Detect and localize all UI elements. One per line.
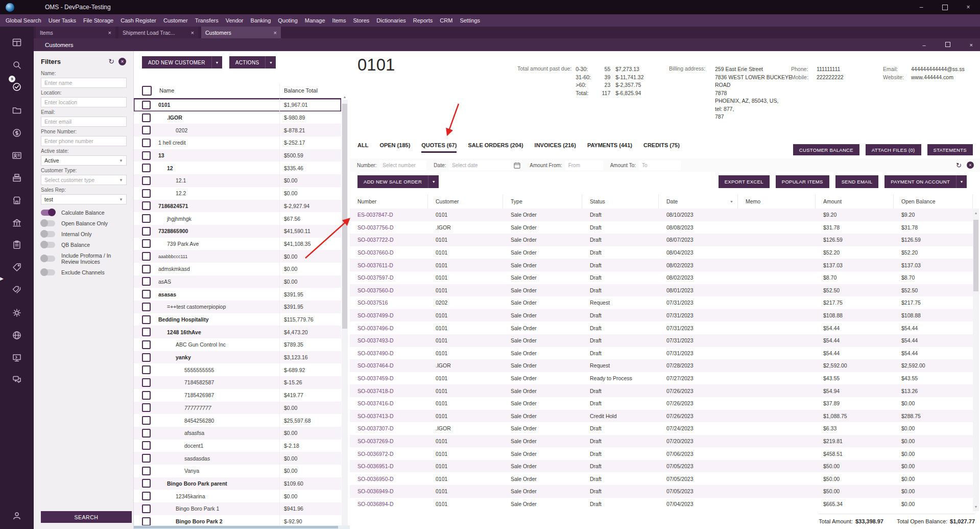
tasks-icon[interactable]: 9 [0, 78, 34, 96]
row-checkbox[interactable] [142, 277, 151, 286]
order-number-link[interactable]: SO-0037597-D [350, 274, 428, 281]
customer-name[interactable]: docent1 [158, 443, 279, 449]
order-number-link[interactable]: SO-0037660-D [350, 249, 428, 256]
orders-column-header-amount[interactable]: Amount [816, 194, 894, 209]
customer-row[interactable]: 12$335.46 [134, 162, 341, 174]
toggle-internal-only[interactable]: Internal Only [41, 231, 126, 237]
customer-name[interactable]: sasdasdas [158, 455, 279, 462]
customer-name[interactable]: .IGOR [158, 114, 279, 121]
add-new-sale-order-button[interactable]: ADD NEW SALE ORDER [357, 175, 428, 188]
customer-list-scrollbar[interactable]: ▲ ▼ [342, 100, 348, 525]
tab-payments-441[interactable]: PAYMENTS (441) [587, 142, 632, 153]
order-number-link[interactable]: SO-0037756-D [350, 224, 428, 231]
tab-close-icon[interactable]: × [191, 30, 194, 36]
menu-file-storage[interactable]: File Storage [80, 14, 117, 27]
calendar-icon[interactable] [514, 162, 520, 169]
panel-expander-icon[interactable]: ▶ [0, 276, 4, 281]
bank-icon[interactable] [0, 214, 34, 232]
order-row[interactable]: SO-0037722-D0101Sale OrderDraft08/07/202… [350, 234, 973, 246]
popular-items-button[interactable]: POPULAR ITEMS [776, 175, 829, 188]
select-all-checkbox[interactable] [142, 86, 152, 96]
maximize-button[interactable] [933, 0, 957, 14]
order-row[interactable]: SO-0036950-D0101Sale OrderDraft07/05/202… [350, 472, 973, 485]
toggle-switch[interactable] [41, 269, 55, 275]
customer-name[interactable]: 0101 [158, 102, 279, 108]
customer-name[interactable]: 8454256280 [158, 418, 279, 424]
order-number-link[interactable]: SO-0037611-D [350, 262, 428, 268]
menu-quoting[interactable]: Quoting [274, 14, 301, 27]
customer-row[interactable]: ABC Gun Control Inc$789.35 [134, 338, 341, 351]
order-row[interactable]: ES-0037847-D0101Sale OrderDraft08/10/202… [350, 209, 973, 221]
customer-row[interactable]: 777777777$0.00 [134, 402, 341, 415]
store-icon[interactable] [0, 192, 34, 209]
row-checkbox[interactable] [142, 176, 151, 185]
toggle-switch[interactable] [41, 256, 55, 262]
customer-row[interactable]: 0202$-878.21 [134, 124, 341, 136]
inner-restore-button[interactable] [945, 42, 950, 48]
order-number-link[interactable]: SO-0036894-D [350, 501, 428, 507]
order-number-link[interactable]: SO-0036951-D [350, 463, 428, 469]
row-checkbox[interactable] [142, 252, 151, 261]
order-row[interactable]: SO-0037660-D0101Sale OrderDraft08/04/202… [350, 246, 973, 259]
menu-items[interactable]: Items [329, 14, 350, 27]
row-checkbox[interactable] [142, 454, 151, 463]
menu-banking[interactable]: Banking [247, 14, 275, 27]
filter-email-input[interactable] [41, 117, 127, 127]
orders-column-header-status[interactable]: Status [582, 194, 659, 209]
actions-button[interactable]: ACTIONS [229, 56, 266, 68]
customer-row[interactable]: docent1$-2.18 [134, 440, 341, 452]
customer-name[interactable]: admskmkasd [158, 266, 279, 272]
attach-files-button[interactable]: ATTACH FILES (0) [866, 144, 921, 155]
add-new-sale-order-dropdown[interactable]: ▼ [428, 175, 439, 188]
customer-row[interactable]: Vanya$0.00 [134, 465, 341, 477]
row-checkbox[interactable] [142, 391, 151, 400]
customer-row[interactable]: afsasfsa$0.00 [134, 427, 341, 440]
order-number-link[interactable]: SO-0037418-D [350, 388, 428, 394]
customer-row[interactable]: 739 Park Ave$41,108.35 [134, 238, 341, 250]
clipboard-icon[interactable] [0, 236, 34, 254]
order-row[interactable]: SO-0037560-D0101Sale OrderDraft08/01/202… [350, 284, 973, 297]
scroll-up-icon[interactable]: ▲ [342, 95, 348, 99]
order-number-link[interactable]: SO-0037459-D [350, 375, 428, 381]
customer-row[interactable]: Bingo Boro Park 1$941.96 [134, 502, 341, 515]
customer-name[interactable]: Bingo Boro Park 1 [158, 505, 279, 512]
customer-name[interactable]: 1248 16thAve [158, 329, 279, 335]
order-row[interactable]: SO-0037490-D0101Sale OrderDraft07/31/202… [350, 347, 973, 360]
order-row[interactable]: SO-0036972-D0101Sale OrderDraft07/06/202… [350, 447, 973, 460]
menu-customer[interactable]: Customer [160, 14, 192, 27]
close-button[interactable]: × [957, 0, 980, 14]
customer-name[interactable]: Bedding Hospitality [158, 316, 279, 323]
customer-name[interactable]: 12.2 [158, 190, 279, 196]
customer-row[interactable]: 5555555555$-689.92 [134, 363, 341, 376]
filter-customer-type-select[interactable]: Select customer type▼ [41, 175, 127, 185]
customer-row[interactable]: Bedding Hospitality$115,779.76 [134, 313, 341, 326]
toggle-switch[interactable] [41, 231, 55, 237]
payment-on-account-button[interactable]: PAYMENT ON ACCOUNT [885, 175, 956, 188]
customer-name[interactable]: afsasfsa [158, 430, 279, 436]
row-checkbox[interactable] [142, 290, 151, 298]
customer-row[interactable]: 12345karina$0.00 [134, 490, 341, 502]
order-row[interactable]: SO-0037464-D.IGORSale OrderRequest07/28/… [350, 359, 973, 372]
chat-icon[interactable] [0, 371, 34, 388]
customer-name[interactable]: yanky [158, 354, 279, 360]
orders-scrollbar[interactable]: ▲ ▼ [973, 209, 979, 511]
order-number-link[interactable]: ES-0037847-D [350, 212, 428, 218]
orders-column-header-memo[interactable]: Memo [738, 194, 816, 209]
row-checkbox[interactable] [142, 467, 151, 475]
add-new-customer-button[interactable]: ADD NEW CUSTOMER [142, 56, 211, 68]
tab-quotes-67[interactable]: QUOTES (67) [421, 142, 457, 153]
row-checkbox[interactable] [142, 139, 151, 147]
menu-settings[interactable]: Settings [456, 14, 484, 27]
toggle-exclude-channels[interactable]: Exclude Channels [41, 269, 126, 275]
menu-transfers[interactable]: Transfers [192, 14, 222, 27]
customer-name[interactable]: 5555555555 [158, 367, 279, 373]
customer-row[interactable]: .IGOR$-980.89 [134, 111, 341, 124]
row-checkbox[interactable] [142, 492, 151, 500]
tab-all[interactable]: ALL [357, 142, 368, 153]
order-number-link[interactable]: SO-0036972-D [350, 451, 428, 457]
search-icon[interactable] [0, 56, 34, 74]
tab-sale-orders-204[interactable]: SALE ORDERS (204) [468, 142, 523, 153]
order-row[interactable]: SO-0037459-D0101Sale OrderReady to Proce… [350, 372, 973, 385]
refresh-filters-icon[interactable]: ↻ [108, 57, 114, 65]
row-checkbox[interactable] [142, 113, 151, 122]
